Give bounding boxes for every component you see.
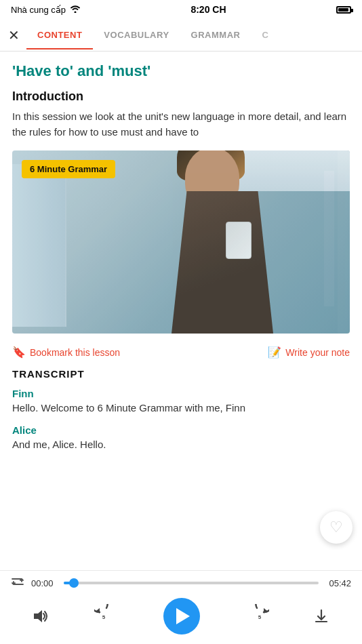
battery-icon [336, 6, 351, 14]
forward-icon: 5 [245, 604, 269, 628]
note-button[interactable]: 📝 Write your note [268, 346, 350, 359]
svg-marker-3 [34, 610, 42, 622]
svg-rect-2 [324, 171, 334, 306]
progress-row: 00:00 05:42 [11, 576, 351, 590]
bookmark-icon: 🔖 [12, 346, 26, 359]
time-current: 00:00 [31, 578, 57, 588]
svg-text:5: 5 [102, 614, 106, 620]
rewind-icon: 5 [94, 604, 119, 628]
lesson-title: 'Have to' and 'must' [12, 62, 350, 80]
close-button[interactable]: ✕ [5, 22, 26, 49]
status-bar: Nhà cung cấp 8:20 CH [0, 0, 362, 19]
bookmark-label: Bookmark this lesson [30, 347, 120, 358]
speaker-finn-name: Finn [12, 388, 350, 399]
speaker-finn: Finn Hello. Welcome to 6 Minute Grammar … [12, 388, 350, 415]
tab-content[interactable]: CONTENT [26, 20, 93, 49]
note-label: Write your note [285, 347, 350, 358]
bookmark-button[interactable]: 🔖 Bookmark this lesson [12, 346, 120, 359]
play-button[interactable] [163, 598, 200, 635]
action-links: 🔖 Bookmark this lesson 📝 Write your note [12, 343, 350, 368]
tab-grammar[interactable]: GRAMMAR [180, 20, 252, 49]
svg-text:5: 5 [258, 614, 261, 620]
speaker-alice: Alice And me, Alice. Hello. [12, 424, 350, 451]
controls-row: 5 5 [11, 595, 351, 644]
audio-player: 00:00 05:42 5 [0, 570, 362, 644]
progress-track[interactable] [64, 582, 319, 584]
rewind-button[interactable]: 5 [93, 603, 120, 630]
lesson-image: 6 Minute Grammar [12, 150, 350, 334]
speaker-alice-text: And me, Alice. Hello. [12, 437, 350, 451]
volume-button[interactable] [33, 609, 50, 624]
svg-rect-1 [338, 150, 350, 334]
download-button[interactable] [313, 608, 329, 624]
intro-text: In this session we look at the unit's ne… [12, 109, 350, 140]
note-icon: 📝 [268, 346, 281, 359]
provider-label: Nhà cung cấp [11, 5, 66, 15]
repeat-icon[interactable] [11, 576, 24, 590]
main-content: 'Have to' and 'must' Introduction In thi… [0, 52, 362, 549]
play-icon [176, 608, 190, 624]
speaker-finn-text: Hello. Welcome to 6 Minute Grammar with … [12, 401, 350, 415]
forward-button[interactable]: 5 [243, 603, 270, 630]
tab-more[interactable]: C [251, 20, 279, 49]
download-icon [313, 608, 329, 624]
tab-list: CONTENT VOCABULARY GRAMMAR C [26, 20, 357, 49]
time-total: 05:42 [325, 578, 351, 588]
time-display: 8:20 CH [190, 4, 226, 15]
tab-vocabulary[interactable]: VOCABULARY [93, 20, 180, 49]
status-left: Nhà cung cấp [11, 5, 81, 15]
tab-bar: ✕ CONTENT VOCABULARY GRAMMAR C [0, 19, 362, 52]
image-tag: 6 Minute Grammar [22, 160, 115, 178]
transcript-label: TRANSCRIPT [12, 368, 350, 380]
heart-icon: ♡ [329, 519, 343, 536]
speaker-alice-name: Alice [12, 424, 350, 436]
wifi-icon [70, 5, 81, 15]
section-heading: Introduction [12, 89, 350, 104]
volume-icon [33, 609, 50, 624]
heart-button[interactable]: ♡ [320, 511, 353, 544]
progress-thumb[interactable] [69, 578, 79, 588]
